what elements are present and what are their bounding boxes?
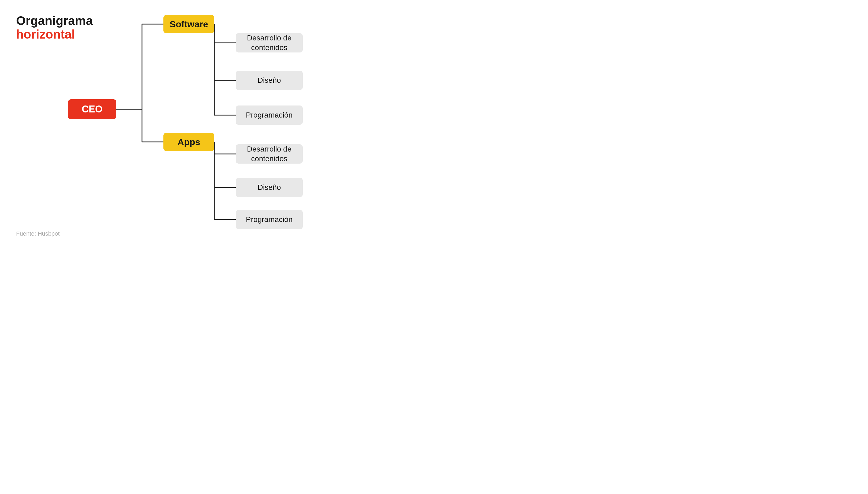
title-block: Organigrama horizontal <box>16 14 93 41</box>
app-design-node: Diseño <box>236 178 303 197</box>
app-dev-node: Desarrollo de contenidos <box>236 144 303 164</box>
title-line2: horizontal <box>16 27 93 41</box>
apps-node: Apps <box>163 133 214 151</box>
sw-dev-node: Desarrollo de contenidos <box>236 33 303 53</box>
title-line1: Organigrama <box>16 14 93 27</box>
software-node: Software <box>163 15 214 33</box>
sw-prog-node: Programación <box>236 106 303 125</box>
footer-text: Fuente: Husbpot <box>16 230 60 237</box>
sw-design-node: Diseño <box>236 71 303 90</box>
ceo-node: CEO <box>68 99 116 119</box>
app-prog-node: Programación <box>236 210 303 229</box>
